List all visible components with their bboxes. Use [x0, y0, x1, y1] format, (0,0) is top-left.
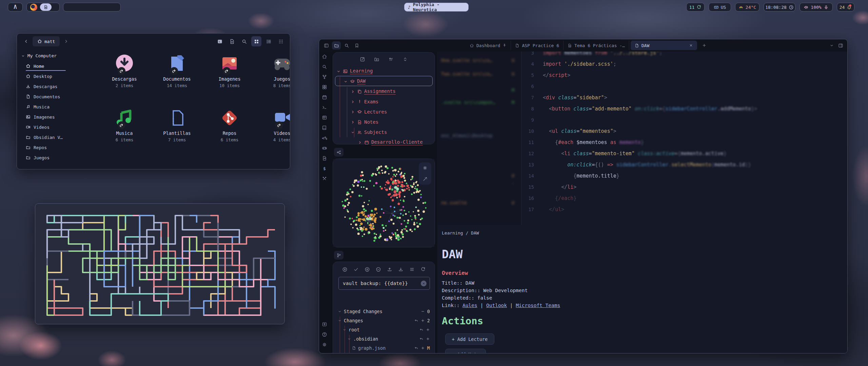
- ribbon-dollar-button[interactable]: $: [319, 163, 330, 174]
- clear-commit-message-button[interactable]: ×: [421, 281, 427, 286]
- git-row-staged-changes[interactable]: Staged Changes0: [338, 307, 430, 316]
- ribbon-help-button[interactable]: [319, 329, 330, 340]
- active-app-indicator[interactable]: [40, 3, 52, 11]
- ribbon-calendar-button[interactable]: [319, 92, 330, 102]
- git-row-learning-daw-exams[interactable]: Learning/DAW/Exams: [347, 353, 430, 353]
- ribbon-tools-button[interactable]: [319, 174, 330, 184]
- git-row-graph-json[interactable]: graph.jsonM: [352, 344, 430, 352]
- toggle-right-sidebar-button[interactable]: [838, 43, 843, 48]
- tray-weather[interactable]: 24°C: [735, 3, 760, 12]
- sidebar-item-videos[interactable]: Videos: [17, 122, 81, 132]
- fm-action-new-document[interactable]: [227, 36, 237, 46]
- firefox-icon[interactable]: [30, 4, 37, 11]
- tree-item-notes[interactable]: Notes: [351, 118, 378, 126]
- folder-descargas[interactable]: Descargas 2 items: [99, 54, 150, 88]
- tabbar-search-button[interactable]: [342, 41, 351, 49]
- ribbon-gear-button[interactable]: [319, 340, 330, 350]
- git-list-button[interactable]: [409, 267, 415, 272]
- folder-imagenes[interactable]: Imagenes 10 items: [204, 54, 255, 88]
- back-button[interactable]: [21, 36, 31, 46]
- folder-repos[interactable]: Repos 6 items: [204, 108, 255, 142]
- launcher-button[interactable]: Λ: [8, 3, 23, 12]
- explorer-folder-plus-button[interactable]: [374, 57, 379, 62]
- tab-list-dropdown-button[interactable]: [829, 43, 834, 48]
- ribbon-search-button[interactable]: [319, 62, 330, 72]
- tabbar-panel-left-button[interactable]: [322, 41, 331, 49]
- files-graph-tab-button[interactable]: [334, 148, 343, 157]
- git-check-button[interactable]: [353, 267, 359, 272]
- sidebar-section-header[interactable]: My Computer: [17, 49, 81, 61]
- explorer-new-note-button[interactable]: [360, 57, 365, 62]
- fm-action-app-menu[interactable]: [276, 36, 286, 46]
- tab-dashboard[interactable]: Dashboard: [466, 41, 511, 50]
- tab-asp-practice-6[interactable]: ASP Practice 6: [511, 41, 564, 50]
- note-property[interactable]: Completed:: false: [442, 294, 560, 302]
- pipes-terminal-window[interactable]: [35, 203, 285, 324]
- new-tab-button[interactable]: [702, 43, 707, 48]
- git-row--obsidian[interactable]: .obsidian: [347, 335, 430, 343]
- forward-button[interactable]: [61, 36, 71, 46]
- git-row-root[interactable]: root: [342, 326, 430, 334]
- sidebar-item-imagenes[interactable]: Imagenes: [17, 112, 81, 122]
- tree-item-assignments[interactable]: Assignments: [351, 87, 396, 96]
- tree-item-exams[interactable]: !Exams: [351, 97, 378, 106]
- close-tab-icon[interactable]: [689, 43, 693, 47]
- tree-item-lectures[interactable]: Lectures: [351, 107, 387, 116]
- explorer-collapse-button[interactable]: [402, 57, 408, 62]
- note-property[interactable]: Description:: Web Development: [442, 287, 560, 294]
- tree-item-learning[interactable]: Learning: [336, 67, 373, 76]
- tree-item-subjects[interactable]: Subjects: [351, 128, 387, 137]
- note-title[interactable]: DAW: [442, 247, 462, 261]
- tab-daw[interactable]: DAW: [631, 41, 697, 50]
- note-button--add-lecture[interactable]: + Add Lecture: [445, 333, 494, 345]
- graph-gear-button[interactable]: [420, 164, 430, 171]
- ribbon-code-percent-button[interactable]: <%: [319, 133, 330, 143]
- sidebar-item-documentos[interactable]: Documentos: [17, 92, 81, 102]
- folder-musica[interactable]: Musica 6 items: [99, 108, 150, 142]
- fm-action-view-list[interactable]: [263, 36, 274, 46]
- explorer-sort-button[interactable]: [388, 57, 394, 62]
- fm-action-view-grid[interactable]: [251, 36, 261, 46]
- tray-updates[interactable]: 11: [686, 3, 705, 12]
- sidebar-item-home[interactable]: Home: [17, 61, 81, 71]
- sidebar-item-descargas[interactable]: Descargas: [17, 81, 81, 92]
- git-tab-button[interactable]: [334, 251, 343, 260]
- ribbon-layout-grid-button[interactable]: [319, 82, 330, 92]
- fm-action-search[interactable]: [239, 36, 249, 46]
- ribbon-terminal-button[interactable]: [319, 102, 330, 113]
- sidebar-item-obsidianv[interactable]: Obsidian V…: [17, 132, 81, 142]
- note-button--add-note[interactable]: + Add Note: [445, 349, 486, 353]
- tabbar-bookmark-button[interactable]: [352, 41, 361, 49]
- breadcrumb[interactable]: matt: [33, 36, 60, 46]
- git-upload-button[interactable]: [387, 267, 392, 272]
- git-refresh-button[interactable]: [420, 267, 426, 272]
- tray-clock[interactable]: 18:08:28: [764, 3, 795, 12]
- ribbon-table-button[interactable]: [319, 113, 330, 123]
- tree-item-daw[interactable]: DAW: [343, 77, 366, 86]
- git-commit-push-button[interactable]: [342, 267, 348, 272]
- ribbon-file-sync-button[interactable]: [319, 153, 330, 163]
- folder-juegos[interactable]: Juegos 8 items: [257, 54, 290, 88]
- ribbon-git-fork-button[interactable]: [319, 72, 330, 82]
- ribbon-gamepad-button[interactable]: [319, 143, 330, 153]
- note-breadcrumb[interactable]: Learning / DAW: [442, 230, 479, 236]
- sidebar-item-desktop[interactable]: Desktop: [17, 71, 81, 81]
- ribbon-book-button[interactable]: [319, 123, 330, 133]
- fm-action-open-terminal[interactable]: $_: [215, 36, 225, 46]
- folder-videos[interactable]: Videos 4 items: [257, 108, 290, 142]
- note-link[interactable]: Outlook: [486, 303, 507, 308]
- git-circle-minus-button[interactable]: [376, 267, 381, 272]
- commit-message-input[interactable]: [338, 277, 430, 290]
- tray-notifications[interactable]: 24: [837, 3, 854, 12]
- tab-tema-6-pr-cticas-[interactable]: Tema 6 Prácticas -…: [564, 41, 629, 50]
- note-property[interactable]: Title:: DAW: [442, 279, 560, 287]
- tray-audio[interactable]: 100%: [800, 3, 833, 12]
- sidebar-item-juegos[interactable]: Juegos: [17, 152, 81, 163]
- ribbon-home-button[interactable]: [319, 52, 330, 62]
- sidebar-item-musica[interactable]: Musica: [17, 102, 81, 112]
- git-download-button[interactable]: [398, 267, 403, 272]
- folder-plantillas[interactable]: Plantillas 7 items: [152, 108, 202, 142]
- git-circle-plus-button[interactable]: [364, 267, 370, 272]
- folder-documentos[interactable]: Documentos 14 items: [152, 54, 202, 88]
- now-playing-widget[interactable]: ♪ Polyphia - Neurotica: [404, 3, 469, 12]
